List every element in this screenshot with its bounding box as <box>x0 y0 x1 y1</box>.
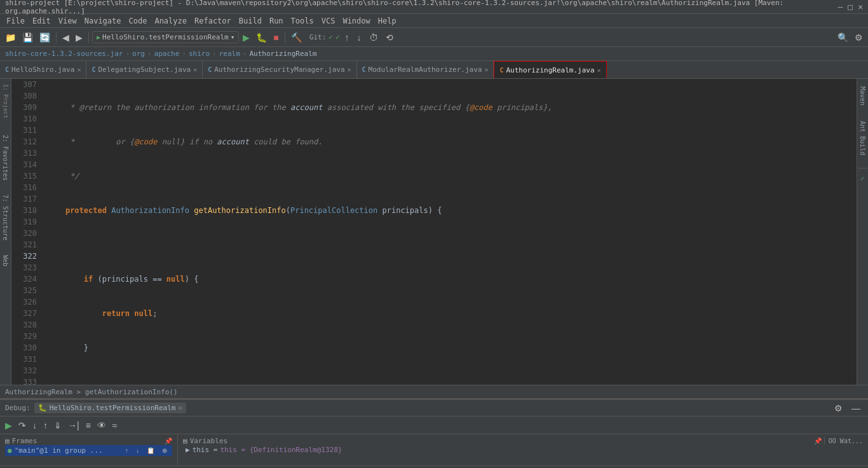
tab-modular[interactable]: C ModularRealmAuthorizer.java ✕ <box>357 61 494 78</box>
git-history[interactable]: ⏱ <box>367 31 381 44</box>
left-panel-tabs: 2: Favorites 7: Structure Web <box>0 127 11 272</box>
bottom-tabs-bar: S 中 🎤 🌿 Spring Terminal ☕ Java Enterpris… <box>0 465 868 468</box>
tab-label-authorizing: AuthorizingRealm.java <box>506 66 594 74</box>
add-watch[interactable]: 👁 <box>95 419 109 432</box>
git-push[interactable]: ↑ <box>342 31 352 44</box>
debug-minimize[interactable]: — <box>849 402 863 415</box>
stop-button[interactable]: ■ <box>271 31 281 44</box>
search-everywhere[interactable]: 🔍 <box>835 31 851 44</box>
menu-item-navigate[interactable]: Navigate <box>81 15 125 27</box>
tab-helloshiro[interactable]: C HelloShiro.java ✕ <box>0 61 86 78</box>
back-button[interactable]: ◀ <box>60 31 72 44</box>
menu-item-file[interactable]: File <box>3 15 29 27</box>
thread-down[interactable]: ↓ <box>133 446 142 455</box>
step-over[interactable]: ↷ <box>16 419 29 432</box>
debug-icon: 🐛 <box>38 404 47 412</box>
ant-build-tab[interactable]: Ant Build <box>858 116 867 160</box>
sync-button[interactable]: 🔄 <box>37 31 53 44</box>
frames-header: ▤ Frames 📌 <box>5 437 172 445</box>
git-bar: Git: ✓ ✓ ↑ ↓ ⏱ ⟲ <box>309 31 396 44</box>
menu-item-refactor[interactable]: Refactor <box>191 15 235 27</box>
menu-item-vcs[interactable]: VCS <box>318 15 339 27</box>
stream-debugger[interactable]: ≈ <box>110 419 120 432</box>
git-pull[interactable]: ↓ <box>355 31 364 44</box>
bc-jar[interactable]: shiro-core-1.3.2-sources.jar <box>5 50 123 58</box>
menu-item-analyze[interactable]: Analyze <box>151 15 191 27</box>
ln-328: 328 <box>14 319 37 331</box>
menu-item-view[interactable]: View <box>55 15 81 27</box>
maven-tab[interactable]: Maven <box>858 81 867 111</box>
method-path: AuthorizingRealm > getAuthorizationInfo(… <box>5 388 178 396</box>
debug-session[interactable]: 🐛 HelloShiro.testPermissionRealm ✕ <box>34 403 186 413</box>
web-tab[interactable]: Web <box>1 250 10 272</box>
evaluate[interactable]: ≡ <box>83 419 93 432</box>
frames-panel: ▤ Frames 📌 ● "main"@1 in group ... ↑ ↓ 📋… <box>0 434 178 465</box>
step-out[interactable]: ↑ <box>41 419 50 432</box>
settings-button[interactable]: ⚙ <box>852 31 865 44</box>
bc-apache[interactable]: apache <box>154 50 180 58</box>
tab-authsecurity[interactable]: C AuthorizingSecurityManager.java ✕ <box>203 61 356 78</box>
project-button[interactable]: 📁 <box>3 31 18 44</box>
minimize-button[interactable]: — <box>838 2 843 11</box>
variables-pin[interactable]: 📌 <box>814 437 822 444</box>
debug-close[interactable]: ✕ <box>178 404 182 412</box>
step-into[interactable]: ↓ <box>30 419 39 432</box>
tab-authorizing[interactable]: C AuthorizingRealm.java ✕ <box>494 61 606 78</box>
run-button[interactable]: ▶ <box>240 31 252 44</box>
right-sidebar-sep <box>858 168 867 169</box>
line-numbers: 307 308 309 310 311 312 313 314 315 316 … <box>11 79 42 385</box>
tab-icon-modular: C <box>362 66 366 73</box>
bc-shiro[interactable]: shiro <box>189 50 210 58</box>
resume-button[interactable]: ▶ <box>3 419 15 432</box>
var-this-label: this = <box>193 446 218 454</box>
structure-tab[interactable]: 7: Structure <box>1 189 10 245</box>
ln-332: 332 <box>14 365 37 376</box>
force-step[interactable]: ⇓ <box>51 419 64 432</box>
save-button[interactable]: 💾 <box>20 31 36 44</box>
thread-copy[interactable]: 📋 <box>144 446 157 455</box>
git-revert[interactable]: ⟲ <box>383 31 396 44</box>
menu-item-tools[interactable]: Tools <box>287 15 318 27</box>
debug-settings[interactable]: ⚙ <box>832 402 845 415</box>
menu-item-help[interactable]: Help <box>374 15 400 27</box>
bc-class[interactable]: AuthorizingRealm <box>249 50 316 58</box>
build-button[interactable]: 🔨 <box>288 31 304 44</box>
var-this[interactable]: ▶ this = this = {DefinitionRealm@1328} <box>183 445 863 455</box>
menu-item-edit[interactable]: Edit <box>29 15 55 27</box>
thread-up[interactable]: ↑ <box>123 446 131 455</box>
tab-close-helloshiro[interactable]: ✕ <box>77 66 81 73</box>
menu-item-build[interactable]: Build <box>235 15 266 27</box>
tab-close-authorizing[interactable]: ✕ <box>597 67 601 74</box>
window-controls[interactable]: — □ ✕ <box>838 2 863 11</box>
thread-filter[interactable]: ⊕ <box>159 446 170 455</box>
toolbar: 📁 💾 🔄 ◀ ▶ ▶ HelloShiro.testPermissionRea… <box>0 28 868 47</box>
ln-324: 324 <box>14 273 37 285</box>
ln-319: 319 <box>14 216 37 228</box>
bc-realm[interactable]: realm <box>219 50 240 58</box>
frames-pin[interactable]: 📌 <box>165 437 172 444</box>
menu-item-run[interactable]: Run <box>266 15 287 27</box>
tab-close-delegating[interactable]: ✕ <box>193 66 197 73</box>
tab-delegating[interactable]: C DelegatingSubject.java ✕ <box>86 61 203 78</box>
menu-item-window[interactable]: Window <box>339 15 374 27</box>
frame-main-thread[interactable]: ● "main"@1 in group ... ↑ ↓ 📋 ⊕ <box>5 445 172 456</box>
forward-button[interactable]: ▶ <box>73 31 85 44</box>
ln-313: 313 <box>14 148 37 159</box>
sidebar-project[interactable]: 1: Project <box>2 81 10 121</box>
close-button[interactable]: ✕ <box>858 2 863 11</box>
debug-toolbar: ▶ ↷ ↓ ↑ ⇓ →| ≡ 👁 ≈ <box>0 416 868 434</box>
menu-item-code[interactable]: Code <box>125 15 151 27</box>
line-310: protected AuthorizationInfo getAuthoriza… <box>47 205 851 216</box>
run-config-selector[interactable]: ▶ HelloShiro.testPermissionRealm ▾ <box>92 31 239 43</box>
run-to-cursor[interactable]: →| <box>65 419 82 432</box>
favorites-tab[interactable]: 2: Favorites <box>1 130 10 186</box>
debug-button[interactable]: 🐛 <box>254 31 269 44</box>
bc-org[interactable]: org <box>132 50 145 58</box>
variables-header: ▤ Variables 📌 OO Wat... <box>183 437 863 445</box>
ln-312: 312 <box>14 136 37 148</box>
tab-close-authsecurity[interactable]: ✕ <box>348 66 351 73</box>
maximize-button[interactable]: □ <box>848 2 853 11</box>
variables-icon: ▤ <box>183 437 187 445</box>
code-editor[interactable]: 307 308 309 310 311 312 313 314 315 316 … <box>11 79 857 385</box>
tab-close-modular[interactable]: ✕ <box>484 66 488 73</box>
